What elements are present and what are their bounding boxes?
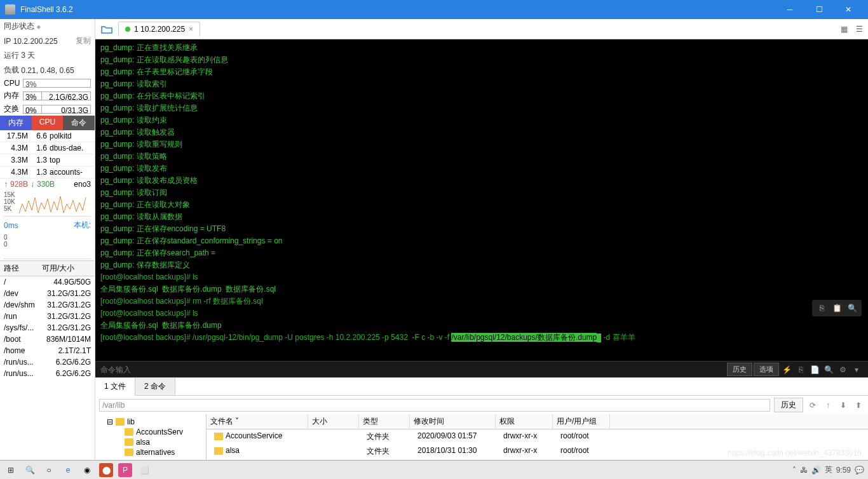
upload-icon[interactable]: ⬆: [853, 401, 864, 410]
gear-icon[interactable]: ⚙: [836, 365, 849, 374]
col-perm[interactable]: 权限: [496, 414, 553, 429]
swap-label: 交换: [4, 104, 23, 114]
path-input[interactable]: [99, 399, 770, 412]
maximize-button[interactable]: ☐: [804, 0, 834, 19]
net-graph: 15K10K5K: [4, 191, 91, 217]
col-path: 路径: [4, 263, 42, 274]
path-row[interactable]: /home2.1T/2.1T: [0, 345, 95, 356]
col-size[interactable]: 大小: [308, 414, 359, 429]
term-line: pg_dump: 正在保存encoding = UTF8: [100, 223, 863, 235]
col-size: 可用/大小: [42, 263, 74, 274]
term-line: pg_dump: 在分区表中标记索引: [100, 90, 863, 102]
path-row[interactable]: /dev31.2G/31.2G: [0, 288, 95, 299]
session-tab[interactable]: 1 10.2.200.225 ×: [118, 22, 200, 36]
tab-label: 1 10.2.200.225: [134, 25, 185, 34]
ip-value: 10.2.200.225: [13, 37, 58, 46]
tab-cmd[interactable]: 命令: [63, 116, 95, 130]
sidebar: 同步状态 ● IP 10.2.200.225复制 运行 3 天 负载 0.21,…: [0, 19, 95, 479]
tray-net-icon[interactable]: 🖧: [800, 466, 808, 475]
path-row[interactable]: /boot836M/1014M: [0, 334, 95, 345]
taskbar: ⊞ 🔍 ○ e ◉ ⬤ P ⬜ ˄ 🖧 🔊 英 9:59 💬: [0, 460, 868, 479]
app-icon: [5, 4, 15, 15]
fb-tab-files[interactable]: 1 文件: [95, 378, 135, 396]
term-line: pg_dump: 读取触发器: [100, 126, 863, 138]
search2-icon[interactable]: 🔍: [822, 365, 835, 374]
search-tb-icon[interactable]: 🔍: [23, 463, 37, 477]
proc-row[interactable]: 17.5M6.6polkitd: [0, 130, 95, 142]
history-button[interactable]: 历史: [727, 363, 752, 376]
col-date[interactable]: 修改时间: [410, 414, 496, 429]
open-folder-icon[interactable]: [98, 22, 116, 37]
term-line: pg_dump: 读取发布: [100, 163, 863, 175]
path-row[interactable]: /44.9G/50G: [0, 276, 95, 288]
uptime: 运行 3 天: [4, 50, 35, 61]
term-line: pg_dump: 正在查找关系继承: [100, 42, 863, 54]
terminal[interactable]: pg_dump: 正在查找关系继承pg_dump: 正在读取感兴趣表的列信息pg…: [95, 39, 868, 361]
path-history-button[interactable]: 历史: [774, 398, 803, 412]
proc-row[interactable]: 3.3M1.3top: [0, 154, 95, 166]
net-up-icon: ↑: [4, 180, 8, 189]
layout-icon[interactable]: ☰: [853, 23, 865, 36]
term-line: pg_dump: 读取约束: [100, 114, 863, 126]
command-input-bar: 历史 选项 ⚡ ⎘ 📄 🔍 ⚙ ▾: [95, 361, 868, 377]
term-line: pg_dump: 读取订阅: [100, 187, 863, 199]
app2-icon[interactable]: P: [118, 463, 132, 477]
tab-memory[interactable]: 内存: [0, 116, 32, 130]
paste2-icon[interactable]: 📄: [808, 365, 821, 374]
edge-icon[interactable]: e: [61, 463, 75, 477]
app1-icon[interactable]: ⬤: [99, 463, 113, 477]
fb-tab-cmds[interactable]: 2 命令: [135, 378, 175, 395]
tab-cpu[interactable]: CPU: [32, 116, 64, 130]
options-button[interactable]: 选项: [754, 363, 779, 376]
path-row[interactable]: /run/us...6.2G/6.2G: [0, 368, 95, 379]
term-line: pg_dump: 正在保存standard_conforming_strings…: [100, 235, 863, 247]
tray-ime-icon[interactable]: 英: [825, 464, 832, 475]
path-row[interactable]: /run31.2G/31.2G: [0, 311, 95, 322]
prompt: [root@localhost backups]# ls: [100, 309, 198, 318]
chevron-down-icon[interactable]: ▾: [850, 365, 863, 374]
proc-row[interactable]: 4.3M1.6dbus-dae.: [0, 142, 95, 154]
bolt-icon[interactable]: ⚡: [780, 365, 793, 374]
chrome-icon[interactable]: ◉: [80, 463, 94, 477]
proc-row[interactable]: 4.3M1.3accounts-: [0, 166, 95, 179]
tray-up-icon[interactable]: ˄: [792, 466, 796, 475]
ip-label: IP: [4, 37, 11, 46]
cortana-icon[interactable]: ○: [42, 463, 56, 477]
tabbar: 1 10.2.200.225 × ▦ ☰: [95, 19, 868, 39]
term-line: pg_dump: 保存数据库定义: [100, 259, 863, 271]
net-dn-icon: ↓: [31, 180, 34, 189]
app3-icon[interactable]: ⬜: [137, 463, 151, 477]
command-input[interactable]: [100, 365, 727, 374]
term-output: 全局集簇备份.sql 数据库备份.dump 数据库备份.sql: [100, 283, 863, 295]
col-name[interactable]: 文件名 ˅: [207, 414, 308, 429]
term-line: pg_dump: 读取策略: [100, 151, 863, 163]
copy-icon[interactable]: ⎘: [816, 302, 827, 314]
close-button[interactable]: ✕: [834, 0, 863, 19]
grid-icon[interactable]: ▦: [837, 23, 850, 36]
up-icon[interactable]: ↑: [822, 401, 834, 410]
term-line: pg_dump: 读取从属数据: [100, 211, 863, 223]
path-row[interactable]: /dev/shm31.2G/31.2G: [0, 299, 95, 311]
paste-icon[interactable]: 📋: [831, 302, 843, 314]
col-type[interactable]: 类型: [359, 414, 410, 429]
window-title: FinalShell 3.6.2: [20, 5, 775, 14]
copy-button[interactable]: 复制: [76, 36, 91, 46]
prompt: [root@localhost backups]# /usr/pgsql-12/…: [100, 333, 451, 342]
refresh-icon[interactable]: ⟳: [807, 401, 818, 410]
download-icon[interactable]: ⬇: [837, 401, 849, 410]
prompt: [root@localhost backups]# rm -rf 数据库备份.s…: [100, 297, 263, 306]
col-user[interactable]: 用户/用户组: [553, 414, 610, 429]
tray-vol-icon[interactable]: 🔊: [811, 466, 821, 475]
path-row[interactable]: /run/us...6.2G/6.2G: [0, 356, 95, 368]
tray-time[interactable]: 9:59: [836, 466, 851, 475]
watermark: https://blog.csdn.net/weixin_43783301h: [728, 449, 862, 457]
search-icon[interactable]: 🔍: [846, 302, 858, 314]
copy2-icon[interactable]: ⎘: [794, 365, 807, 374]
path-row[interactable]: /sys/fs/...31.2G/31.2G: [0, 322, 95, 334]
tray-notif-icon[interactable]: 💬: [855, 466, 864, 475]
file-row[interactable]: AccountsService文件夹2020/09/03 01:57drwxr-…: [207, 429, 868, 444]
tab-close-icon[interactable]: ×: [189, 25, 193, 34]
minimize-button[interactable]: ─: [775, 0, 804, 19]
highlighted-path: /var/lib/pgsql/12/backups/数据库备份.dump: [451, 333, 597, 342]
start-icon[interactable]: ⊞: [4, 463, 18, 477]
